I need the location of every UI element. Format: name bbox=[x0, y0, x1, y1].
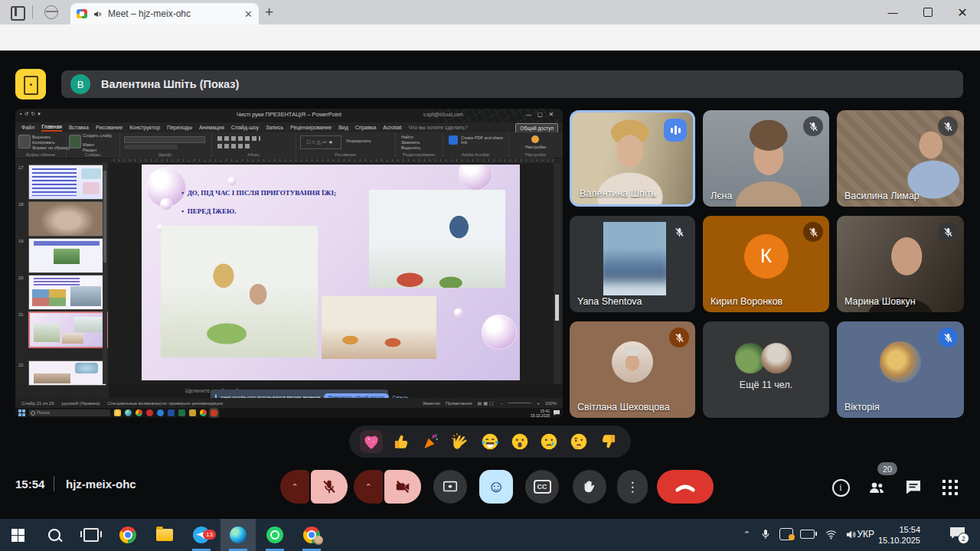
select-button[interactable]: Выделить bbox=[401, 145, 420, 151]
taskbar-explorer-icon[interactable] bbox=[147, 519, 182, 551]
inner-notification-icon[interactable] bbox=[554, 410, 560, 416]
comments-toggle[interactable]: Примечания bbox=[446, 401, 472, 406]
activities-button[interactable] bbox=[940, 478, 960, 497]
ppt-thumbnail-panel[interactable]: 17 18 19 20 21 bbox=[15, 163, 109, 384]
participant-tile-kyryl[interactable]: К Кирил Воронков bbox=[703, 216, 829, 312]
globe-tab-icon[interactable] bbox=[44, 5, 58, 19]
ppt-tab-review[interactable]: Рецензирование bbox=[290, 125, 332, 130]
view-buttons[interactable]: ▤▦▢ bbox=[478, 400, 495, 406]
tab-close-button[interactable]: ✕ bbox=[244, 8, 253, 20]
inner-chrome2-icon[interactable] bbox=[200, 409, 207, 416]
zoom-in-button[interactable]: + bbox=[537, 401, 540, 406]
inner-mail-icon[interactable] bbox=[189, 409, 196, 416]
inner-powerpoint-icon[interactable] bbox=[211, 409, 217, 416]
participant-tile-svitlana[interactable]: Світлана Шеховцова bbox=[570, 321, 695, 418]
ppt-tab-insert[interactable]: Вставка bbox=[69, 125, 89, 130]
inner-chrome-icon[interactable] bbox=[136, 409, 142, 416]
reaction-clap[interactable] bbox=[449, 430, 472, 453]
ppt-tab-animations[interactable]: Анимация bbox=[199, 125, 224, 130]
end-call-button[interactable] bbox=[657, 470, 714, 504]
slide-thumbnail-18[interactable] bbox=[28, 201, 106, 236]
inner-start-button[interactable] bbox=[18, 409, 25, 416]
tab-audio-icon[interactable] bbox=[93, 9, 103, 19]
reaction-joy[interactable] bbox=[479, 430, 501, 453]
create-pdf-button[interactable]: Create PDF and share link bbox=[461, 135, 504, 145]
window-close-button[interactable]: ✕ bbox=[945, 0, 980, 24]
thumbnail-scrollbar[interactable] bbox=[103, 163, 107, 384]
zoom-slider[interactable] bbox=[508, 403, 531, 403]
language-indicator[interactable]: УКР bbox=[857, 529, 874, 540]
ppt-tab-help[interactable]: Справка bbox=[355, 125, 376, 130]
taskbar-chrome-profile-icon[interactable] bbox=[294, 519, 329, 551]
ppt-account-email[interactable]: v.spit@icloud.com bbox=[423, 112, 463, 117]
inner-excel-icon[interactable] bbox=[178, 409, 185, 416]
inner-search-box[interactable]: Поиск bbox=[29, 409, 110, 416]
reaction-surprised[interactable] bbox=[508, 430, 531, 453]
camera-options-chevron[interactable]: ⌃ bbox=[354, 470, 383, 504]
copy-button[interactable]: Копировать bbox=[32, 140, 55, 145]
inner-opera-icon[interactable] bbox=[146, 409, 153, 416]
window-restore-button[interactable] bbox=[910, 0, 946, 24]
participant-tile-vasylyna[interactable]: Василина Лимар bbox=[837, 110, 964, 207]
taskbar-whatsapp-icon[interactable] bbox=[257, 519, 292, 551]
slide-thumbnail-20[interactable] bbox=[28, 275, 106, 310]
participant-tile-yana[interactable]: Yana Shentova bbox=[570, 216, 695, 312]
reaction-thumbs-down[interactable] bbox=[597, 430, 620, 453]
taskbar-telegram-icon[interactable]: 13 bbox=[184, 519, 219, 551]
ppt-tab-home[interactable]: Главная bbox=[41, 124, 62, 132]
slide-thumbnail-21-selected[interactable] bbox=[28, 311, 108, 348]
language-indicator[interactable]: русский (Украина) bbox=[61, 401, 100, 406]
meeting-details-button[interactable]: i bbox=[831, 478, 851, 497]
align-buttons[interactable] bbox=[217, 136, 260, 141]
mic-options-chevron[interactable]: ⌃ bbox=[280, 470, 309, 504]
arrange-button[interactable]: Упорядочить bbox=[346, 139, 371, 144]
format-painter-button[interactable]: Формат по образцу bbox=[32, 145, 70, 151]
taskbar-search-button[interactable] bbox=[37, 519, 72, 551]
show-people-button[interactable] bbox=[867, 478, 887, 497]
ppt-window-controls[interactable]: —▢✕ bbox=[525, 111, 560, 118]
inner-edge-icon[interactable] bbox=[125, 409, 132, 416]
mic-toggle-button-muted[interactable] bbox=[311, 470, 348, 504]
notes-toggle[interactable]: Заметки bbox=[423, 401, 440, 406]
start-button[interactable] bbox=[0, 519, 35, 551]
accessibility-status[interactable]: Специальные возможности: проверьте реком… bbox=[108, 401, 223, 406]
ppt-tellme-search[interactable]: Что вы хотите сделать? bbox=[408, 125, 467, 130]
find-button[interactable]: Найти bbox=[401, 135, 413, 140]
shapes-gallery[interactable]: □○△⇨★ bbox=[300, 135, 341, 149]
taskbar-chrome-icon[interactable] bbox=[110, 519, 145, 551]
ppt-tab-transitions[interactable]: Переходы bbox=[167, 125, 192, 130]
captions-button[interactable]: CC bbox=[525, 470, 559, 504]
list-buttons[interactable] bbox=[217, 144, 251, 148]
new-slide-button[interactable]: Создать слайд bbox=[83, 133, 113, 138]
reaction-sad[interactable] bbox=[537, 430, 560, 453]
chat-button[interactable] bbox=[903, 478, 923, 497]
tray-battery-icon[interactable] bbox=[800, 530, 815, 539]
ppt-tab-file[interactable]: Файл bbox=[21, 125, 34, 130]
reaction-thumbs-up[interactable] bbox=[390, 430, 413, 453]
replace-button[interactable]: Заменить bbox=[401, 140, 420, 145]
participant-tile-overflow[interactable]: Ещё 11 чел. bbox=[703, 321, 829, 418]
ppt-tab-slideshow[interactable]: Слайд-шоу bbox=[231, 125, 259, 130]
ppt-tab-acrobat[interactable]: Acrobat bbox=[383, 125, 401, 130]
participant-tile-maryna[interactable]: Марина Шовкун bbox=[837, 216, 964, 312]
reaction-party[interactable] bbox=[420, 430, 443, 453]
participant-tile-valentyna[interactable]: Валентина Шпіть bbox=[570, 110, 695, 207]
inner-app-icon[interactable] bbox=[157, 409, 164, 416]
font-style-buttons[interactable] bbox=[124, 145, 178, 149]
reactions-toggle-button-active[interactable]: ☺ bbox=[479, 470, 513, 504]
more-options-button[interactable]: ⋮ bbox=[617, 470, 648, 504]
participant-tile-lena[interactable]: Лєна bbox=[703, 110, 829, 207]
layout-button[interactable]: Макет bbox=[83, 142, 95, 148]
reaction-thinking[interactable] bbox=[567, 430, 590, 453]
inner-widgets-icon[interactable] bbox=[114, 409, 121, 416]
camera-toggle-button-off[interactable] bbox=[384, 470, 421, 504]
ppt-tab-view[interactable]: Вид bbox=[338, 125, 348, 130]
participant-tile-viktoria[interactable]: Вікторія bbox=[837, 321, 964, 418]
present-screen-button[interactable] bbox=[433, 470, 467, 504]
new-tab-button[interactable]: + bbox=[265, 4, 273, 21]
ppt-tab-design[interactable]: Конструктор bbox=[129, 125, 160, 130]
browser-tab[interactable]: Meet – hjz-meix-ohc ✕ bbox=[70, 3, 259, 24]
slide-thumbnail-19[interactable] bbox=[28, 238, 106, 273]
cut-button[interactable]: Вырезать bbox=[32, 135, 51, 140]
tray-mic-icon[interactable] bbox=[760, 528, 772, 540]
